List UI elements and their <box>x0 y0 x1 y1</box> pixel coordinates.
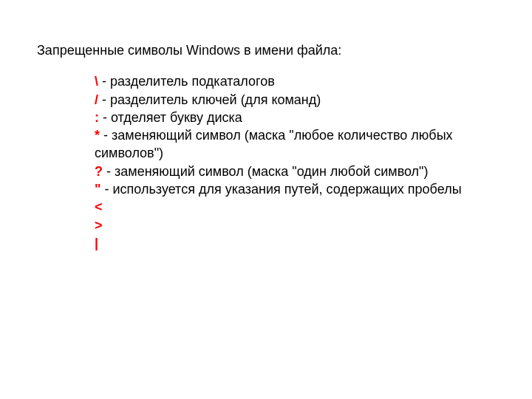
description: - заменяющий символ (маска "один любой с… <box>103 164 429 179</box>
symbol: | <box>95 236 98 250</box>
list-item: : - отделяет букву диска <box>95 109 495 126</box>
heading: Запрещенные символы Windows в имени файл… <box>37 41 495 59</box>
list-item: \ - разделитель подкаталогов <box>95 72 495 90</box>
list-item: * - заменяющий символ (маска "любое коли… <box>95 126 495 163</box>
symbol: ? <box>95 164 103 179</box>
forbidden-symbols-list: \ - разделитель подкаталогов / - раздели… <box>37 72 495 252</box>
list-item: ? - заменяющий символ (маска "один любой… <box>95 163 495 180</box>
symbol: " <box>95 182 101 197</box>
symbol: < <box>95 200 103 214</box>
description: - заменяющий символ (маска "любое количе… <box>95 128 453 160</box>
description: - отделяет букву диска <box>99 110 242 125</box>
description: - используется для указания путей, содер… <box>101 182 462 197</box>
list-item: " - используется для указания путей, сод… <box>95 180 495 198</box>
description: - разделитель подкаталогов <box>98 74 275 89</box>
list-item: < <box>95 198 495 216</box>
list-item: > <box>95 216 495 234</box>
list-item: / - разделитель ключей (для команд) <box>95 91 495 109</box>
list-item: | <box>95 234 495 252</box>
symbol: > <box>95 218 103 233</box>
symbol: * <box>95 128 100 143</box>
description: - разделитель ключей (для команд) <box>98 92 321 107</box>
